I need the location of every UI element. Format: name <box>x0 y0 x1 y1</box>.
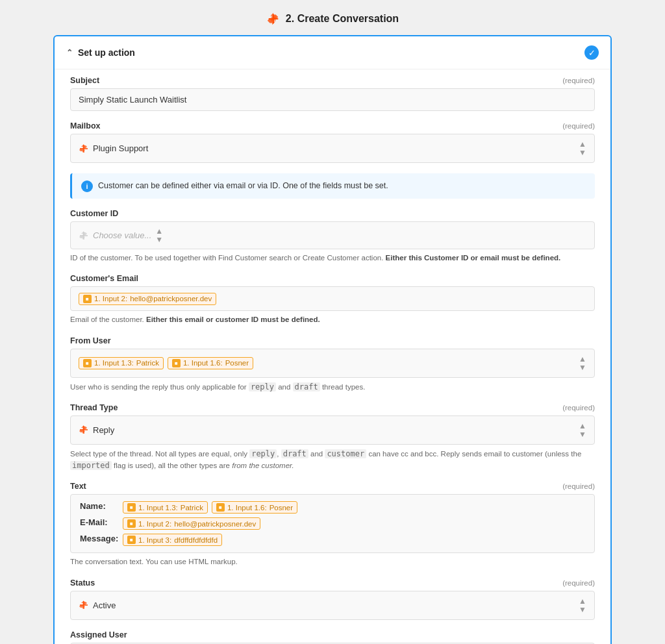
from-user-token-2: ■ 1. Input 1.6: Posner <box>168 357 253 369</box>
assigned-user-label: Assigned User <box>70 630 127 639</box>
text-message-token-icon: ■ <box>127 536 136 544</box>
zapier-icon <box>266 12 281 26</box>
text-email-row: E-Mail: ■ 1. Input 2: hello@patrickposne… <box>80 517 585 530</box>
from-user-label: From User <box>70 336 111 345</box>
customer-id-label-row: Customer ID <box>70 209 595 218</box>
thread-type-value: Reply <box>93 425 114 435</box>
assigned-user-group: Assigned User Patrick Posner ▲ ▼ <box>70 630 595 645</box>
thread-type-group: Thread Type (required) Reply ▲ ▼ <box>70 403 595 472</box>
mailbox-label: Mailbox <box>70 121 101 130</box>
text-name-token-1: ■ 1. Input 1.3: Patrick <box>123 501 208 514</box>
customer-id-helper: ID of the customer. To be used together … <box>70 253 595 264</box>
from-user-helper: User who is sending the reply thus only … <box>70 381 595 393</box>
text-label-row: Text (required) <box>70 482 595 491</box>
text-name-token-2-icon: ■ <box>216 503 225 512</box>
text-name-token-2: ■ 1. Input 1.6: Posner <box>212 501 297 514</box>
thread-type-label: Thread Type <box>70 403 118 412</box>
from-user-token-1-icon: ■ <box>83 359 92 367</box>
from-user-arrows: ▲ ▼ <box>579 355 586 371</box>
status-arrows: ▲ ▼ <box>579 597 586 613</box>
mailbox-arrows: ▲ ▼ <box>579 140 586 156</box>
subject-group: Subject (required) Simply Static Launch … <box>70 76 595 111</box>
page-title: 2. Create Conversation <box>286 13 399 25</box>
mailbox-select[interactable]: Plugin Support ▲ ▼ <box>70 134 595 163</box>
mailbox-required: (required) <box>562 122 595 130</box>
main-card: ⌃ Set up action ✓ Subject (required) Sim… <box>53 35 612 644</box>
thread-type-arrows: ▲ ▼ <box>579 422 586 438</box>
text-label: Text <box>70 482 86 491</box>
text-email-token-icon: ■ <box>127 519 136 528</box>
card-header-left: ⌃ Set up action <box>66 47 135 58</box>
card-header: ⌃ Set up action ✓ <box>55 36 610 69</box>
from-user-token-2-icon: ■ <box>172 359 181 367</box>
text-email-token-1: ■ 1. Input 2: hello@patrickposner.dev <box>123 517 260 530</box>
form-body: Subject (required) Simply Static Launch … <box>55 69 610 644</box>
status-label: Status <box>70 578 95 588</box>
thread-type-label-row: Thread Type (required) <box>70 403 595 412</box>
status-label-row: Status (required) <box>70 578 595 588</box>
mailbox-value: Plugin Support <box>93 143 148 153</box>
customer-id-arrows: ▲ ▼ <box>155 227 163 243</box>
from-user-select[interactable]: ■ 1. Input 1.3: Patrick ■ 1. Input 1.6: … <box>70 349 595 378</box>
status-select[interactable]: Active ▲ ▼ <box>70 591 595 620</box>
thread-type-select[interactable]: Reply ▲ ▼ <box>70 415 595 445</box>
status-value: Active <box>93 601 116 610</box>
customer-id-label: Customer ID <box>70 209 118 218</box>
thread-type-helper: Select type of the thread. Not all types… <box>70 448 595 472</box>
mailbox-group: Mailbox (required) Plugin Support ▲ ▼ <box>70 121 595 163</box>
from-user-group: From User ■ 1. Input 1.3: Patrick ■ 1. I… <box>70 336 595 393</box>
from-user-label-row: From User <box>70 336 595 345</box>
from-user-token-1: ■ 1. Input 1.3: Patrick <box>79 357 164 369</box>
text-input[interactable]: Name: ■ 1. Input 1.3: Patrick ■ 1. Input… <box>70 494 595 553</box>
text-email-label: E-Mail: <box>80 517 119 527</box>
info-box: i Customer can be defined either via ema… <box>70 173 595 199</box>
subject-input[interactable]: Simply Static Launch Waitlist <box>70 88 595 111</box>
page-header: 2. Create Conversation <box>0 0 665 35</box>
text-helper: The conversation text. You can use HTML … <box>70 556 595 567</box>
text-required: (required) <box>562 482 595 490</box>
text-name-label: Name: <box>80 501 119 511</box>
email-token-1: ■ 1. Input 2: hello@patrickposner.dev <box>79 293 216 305</box>
thread-type-required: (required) <box>562 404 595 412</box>
subject-label-row: Subject (required) <box>70 76 595 85</box>
customer-email-helper: Email of the customer. Either this email… <box>70 314 595 325</box>
text-message-token-1: ■ 1. Input 3: dfdffdfdfdfdfd <box>123 534 222 546</box>
status-required: (required) <box>562 579 595 587</box>
customer-id-group: Customer ID Choose value... ▲ ▼ ID of th… <box>70 209 595 264</box>
email-token-icon: ■ <box>83 295 92 303</box>
customer-email-label: Customer's Email <box>70 274 138 283</box>
collapse-icon[interactable]: ⌃ <box>66 48 73 57</box>
info-text: Customer can be defined either via email… <box>98 180 388 192</box>
mailbox-label-row: Mailbox (required) <box>70 121 595 130</box>
assigned-user-label-row: Assigned User <box>70 630 595 639</box>
text-name-token-1-icon: ■ <box>127 503 136 512</box>
customer-email-label-row: Customer's Email <box>70 274 595 283</box>
subject-label: Subject <box>70 76 99 85</box>
text-group: Text (required) Name: ■ 1. Input 1.3: Pa… <box>70 482 595 567</box>
card-header-label: Set up action <box>78 47 135 58</box>
subject-required: (required) <box>562 77 595 84</box>
text-name-row: Name: ■ 1. Input 1.3: Patrick ■ 1. Input… <box>80 501 585 514</box>
status-group: Status (required) Active ▲ ▼ <box>70 578 595 620</box>
info-icon: i <box>81 180 93 192</box>
text-message-row: Message: ■ 1. Input 3: dfdffdfdfdfdfd <box>80 534 585 546</box>
customer-email-input[interactable]: ■ 1. Input 2: hello@patrickposner.dev <box>70 286 595 311</box>
customer-id-placeholder: Choose value... <box>93 230 151 240</box>
customer-id-input[interactable]: Choose value... ▲ ▼ <box>70 221 595 249</box>
verified-icon: ✓ <box>584 45 599 60</box>
customer-email-group: Customer's Email ■ 1. Input 2: hello@pat… <box>70 274 595 325</box>
text-message-label: Message: <box>80 534 119 543</box>
